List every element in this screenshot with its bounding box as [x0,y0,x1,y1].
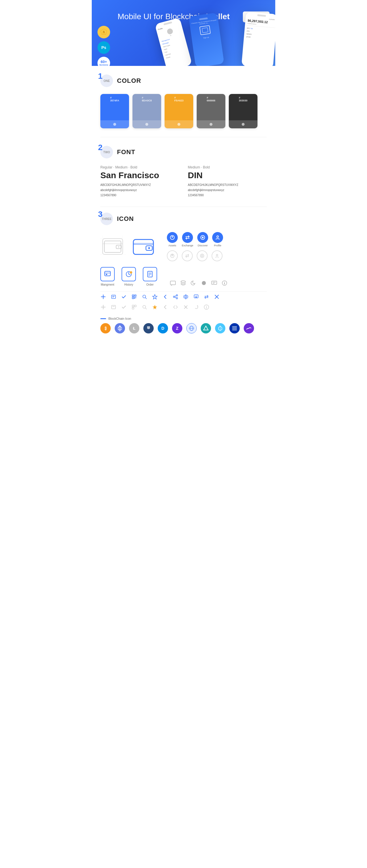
crypto-gem [215,323,225,334]
font-din-numbers: 1234567890 [188,193,266,198]
list-icon [111,294,116,300]
svg-rect-58 [133,298,133,298]
font-din-lower: abcdefghijklmnopqrstuvwxyz [188,188,266,193]
font-sf-numbers: 1234567890 [101,193,179,198]
svg-marker-87 [197,305,198,306]
color-grid: #3574FA #8DA0C8 #F5A623 #666666 #303030 [101,94,266,128]
svg-line-69 [175,297,176,298]
circle-icon [201,280,207,286]
svg-rect-16 [133,240,153,254]
crypto-waves [244,323,254,334]
font-din-name: DIN [188,170,266,180]
section-number-1: 1 ONE [101,74,113,87]
nav-icon-exchange: Exchange [182,232,193,247]
svg-point-67 [176,298,178,299]
svg-rect-57 [135,296,136,296]
wallet-colored-icon-container [131,235,157,258]
hero-section: Mobile UI for Blockchain Wallet UI Kit S… [92,0,275,66]
app-icon-order: Order [143,267,157,286]
chat-icon [170,280,176,286]
svg-rect-77 [112,305,116,309]
font-section-header: 2 TWO FONT [101,146,266,158]
color-swatch-4: #303030 [229,94,257,128]
ps-badge: Ps [97,41,110,54]
nav-icons-colored: Assets Exchange Discover [167,232,223,261]
qr-icon [131,294,137,300]
search-icon-gray [142,304,147,310]
app-icon-history: ! History [121,267,136,286]
svg-line-63 [145,298,146,299]
color-swatch-3: #666666 [197,94,225,128]
svg-marker-64 [152,294,157,299]
chevron-left-icon [162,294,168,300]
arrows-gray [173,304,178,310]
font-grid: Regular · Medium · Bold San Francisco AB… [101,165,266,198]
svg-point-65 [176,295,178,296]
crypto-ark [201,323,211,334]
color-section-header: 1 ONE COLOR [101,74,266,87]
blockchain-dash [101,318,106,319]
redo-gray [193,304,199,310]
font-sf-style: Regular · Medium · Bold [101,165,179,169]
font-sf-lower: abcdefghijklmnopqrstuvwxyz [101,188,179,193]
wireframe-icon-container [101,235,126,258]
color-swatch-0: #3574FA [101,94,129,128]
svg-point-70 [185,296,187,298]
wallet-wireframe-icon [101,235,126,258]
chevron-left-gray [162,304,168,310]
crypto-dash: D [158,323,168,334]
qr-icon-gray [131,304,137,310]
svg-point-90 [206,306,207,307]
crypto-zec: Z [172,323,182,334]
blockchain-section: BlockChain Icon ₿ Ł D Z [101,317,266,334]
x-gray [183,304,189,310]
download-icon [193,294,199,300]
svg-point-66 [173,296,175,298]
svg-point-20 [148,247,150,249]
swap-icon [204,294,209,300]
icon-main-row: Assets Exchange Discover [101,232,266,261]
star-icon [152,294,158,300]
svg-point-28 [216,254,218,256]
svg-rect-80 [135,305,136,307]
color-swatch-2: #F5A623 [165,94,193,128]
font-din: Medium · Bold DIN ABCDEFGHIJKLMNOPQRSTUV… [188,165,266,198]
font-sf-upper: ABCDEFGHIJKLMNOPQRSTUVWXYZ [101,183,179,188]
star-icon-yellow [152,304,158,310]
share-icon [173,294,178,300]
svg-rect-39 [170,281,175,285]
plus-icon-gray [101,304,106,310]
svg-point-27 [201,255,203,256]
color-title: COLOR [117,77,141,85]
color-swatch-1: #8DA0C8 [133,94,161,128]
icon-title: ICON [117,215,134,223]
phone-mockup-2: Character may be mastered in the good mo… [189,12,224,66]
font-sf: Regular · Medium · Bold San Francisco AB… [101,165,179,198]
svg-rect-42 [211,281,217,284]
svg-point-41 [202,281,206,285]
svg-rect-31 [106,274,107,275]
section-number-3: 3 THREE [101,213,113,225]
phone-mockup-3: myWallet $6,297,502.12 Available balance… [242,12,275,66]
utility-icons-row [170,280,228,286]
crypto-net [186,323,197,334]
check-icon [121,294,127,300]
badges-column: S Ps 60+ Screens [97,26,110,66]
sketch-badge: S [97,26,110,38]
nav-icon-profile: Profile [212,232,223,247]
blockchain-icons-row: ₿ Ł D Z [101,323,266,334]
small-icons-blue-row [101,291,266,302]
svg-rect-79 [132,305,134,307]
section-number-2: 2 TWO [101,146,113,158]
crypto-ltc: Ł [129,323,139,334]
svg-point-24 [217,236,219,238]
crypto-btc: ₿ [101,323,111,334]
font-din-style: Medium · Bold [188,165,266,169]
moon-icon [190,280,197,286]
nav-icon-assets: Assets [167,232,178,247]
app-icon-management: Mangment [101,267,115,286]
svg-marker-96 [204,326,208,330]
nav-icon-profile-outline [211,250,223,261]
svg-point-26 [200,254,204,258]
gear-icon [183,294,189,300]
